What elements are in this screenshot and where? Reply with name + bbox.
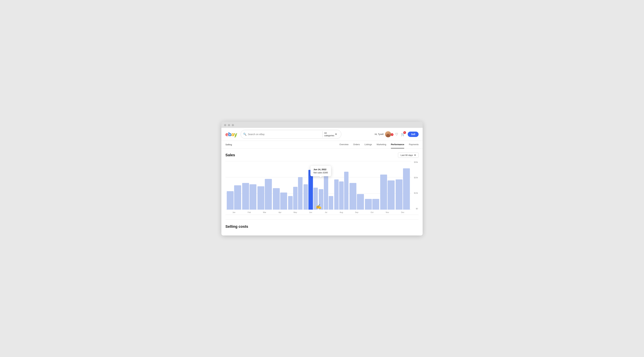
chevron-down-icon: ▼ bbox=[414, 154, 416, 156]
bar-jul-1[interactable] bbox=[324, 173, 328, 210]
x-label-jul: Jul bbox=[319, 211, 333, 213]
x-label-mar: Mar bbox=[258, 211, 272, 213]
chart-y-axis: $0 $10k $20k $30k bbox=[412, 161, 418, 210]
category-dropdown[interactable]: All categories ▼ bbox=[322, 131, 339, 137]
browser-dot-green bbox=[232, 124, 234, 126]
month-group-sep bbox=[350, 161, 364, 210]
bar-may-0[interactable] bbox=[288, 196, 293, 210]
browser-dot-red bbox=[224, 124, 226, 126]
ebay-logo[interactable]: e b a y bbox=[226, 132, 237, 137]
bar-aug-1[interactable] bbox=[339, 181, 344, 210]
sell-button[interactable]: Sell bbox=[408, 132, 418, 137]
month-group-dec bbox=[396, 161, 410, 210]
main-content: Sales Last 90 days ▼ $0 $10k bbox=[221, 149, 422, 235]
x-label-apr: Apr bbox=[273, 211, 287, 213]
bar-sep-1[interactable] bbox=[357, 194, 364, 209]
month-group-jul bbox=[319, 161, 333, 210]
bar-mar-1[interactable] bbox=[265, 179, 272, 209]
cart-button[interactable]: 🛒 3 bbox=[401, 132, 405, 136]
subnav-section-label: Selling bbox=[226, 141, 232, 148]
x-label-may: May bbox=[288, 211, 302, 213]
subnav-links: Overview Orders Listings Marketing Perfo… bbox=[340, 141, 418, 148]
bar-jun-1[interactable] bbox=[308, 170, 313, 210]
bar-apr-1[interactable] bbox=[280, 193, 287, 209]
bar-apr-0[interactable] bbox=[273, 188, 280, 209]
bar-mar-0[interactable] bbox=[258, 186, 264, 210]
month-group-oct bbox=[365, 161, 379, 210]
month-group-apr bbox=[273, 161, 287, 210]
bar-dec-1[interactable] bbox=[403, 168, 410, 210]
browser-chrome bbox=[221, 122, 422, 128]
x-label-aug: Aug bbox=[334, 211, 349, 213]
logo-a: a bbox=[231, 132, 234, 137]
bar-jun-2[interactable] bbox=[314, 188, 318, 209]
bar-feb-0[interactable] bbox=[242, 183, 249, 210]
y-label-10k: $10k bbox=[412, 192, 418, 194]
browser-dot-yellow bbox=[228, 124, 230, 126]
heart-icon: ♡ bbox=[395, 132, 398, 136]
bar-sep-0[interactable] bbox=[350, 183, 356, 210]
bar-jan-1[interactable] bbox=[234, 185, 241, 210]
chevron-down-icon: ▼ bbox=[335, 133, 337, 135]
tab-listings[interactable]: Listings bbox=[364, 141, 372, 148]
avatar-silhouette bbox=[386, 134, 390, 137]
date-filter-dropdown[interactable]: Last 90 days ▼ bbox=[398, 153, 418, 158]
chart-bars-area bbox=[226, 161, 411, 210]
tab-orders[interactable]: Orders bbox=[353, 141, 360, 148]
bar-oct-0[interactable] bbox=[365, 199, 372, 210]
bar-jun-0[interactable] bbox=[304, 184, 308, 209]
cart-badge: 3 bbox=[403, 131, 406, 134]
month-group-nov bbox=[380, 161, 394, 210]
month-group-may bbox=[288, 161, 302, 210]
bar-jul-0[interactable] bbox=[319, 189, 323, 209]
bar-jan-0[interactable] bbox=[227, 191, 234, 210]
logo-e: e bbox=[226, 132, 228, 137]
tab-payments[interactable]: Payments bbox=[409, 141, 418, 148]
bar-dec-0[interactable] bbox=[396, 179, 402, 209]
x-label-jan: Jan bbox=[227, 211, 241, 213]
nav-right: Hi, Tyrell! 2 ♡ 🛒 3 bbox=[375, 131, 418, 137]
bar-nov-0[interactable] bbox=[380, 175, 387, 209]
month-group-jan bbox=[227, 161, 241, 210]
y-label-20k: $20k bbox=[412, 177, 418, 179]
month-group-jun bbox=[304, 161, 318, 210]
bar-aug-0[interactable] bbox=[334, 179, 339, 209]
category-label: All categories bbox=[324, 132, 334, 137]
tab-performance[interactable]: Performance bbox=[391, 141, 404, 148]
wishlist-button[interactable]: ♡ bbox=[395, 132, 398, 136]
selling-costs-title: Selling costs bbox=[226, 224, 418, 229]
bar-jul-2[interactable] bbox=[329, 196, 333, 210]
search-bar[interactable]: 🔍 All categories ▼ bbox=[241, 130, 341, 139]
y-label-30k: $30k bbox=[412, 161, 418, 163]
tab-overview[interactable]: Overview bbox=[340, 141, 348, 148]
x-label-feb: Feb bbox=[242, 211, 256, 213]
bar-aug-2[interactable] bbox=[344, 172, 349, 209]
browser-body: e b a y 🔍 All categories ▼ Hi, Tyrell! bbox=[221, 128, 422, 235]
x-label-jun: Jun bbox=[304, 211, 318, 213]
sales-title: Sales bbox=[226, 153, 235, 157]
bar-may-1[interactable] bbox=[293, 187, 298, 210]
x-label-nov: Nov bbox=[380, 211, 394, 213]
sales-chart[interactable]: $0 $10k $20k $30k JanFebMarAprMayJunJulA… bbox=[226, 161, 418, 215]
avatar bbox=[385, 131, 391, 137]
y-label-0: $0 bbox=[412, 208, 418, 210]
navbar: e b a y 🔍 All categories ▼ Hi, Tyrell! bbox=[221, 128, 422, 141]
search-icon: 🔍 bbox=[243, 133, 246, 136]
month-group-aug bbox=[334, 161, 349, 210]
date-filter-label: Last 90 days bbox=[400, 154, 413, 156]
bar-may-2[interactable] bbox=[298, 177, 302, 210]
greeting-text: Hi, Tyrell! bbox=[375, 133, 384, 135]
bar-oct-1[interactable] bbox=[372, 199, 379, 210]
logo-y: y bbox=[234, 132, 237, 137]
search-input[interactable] bbox=[248, 133, 322, 136]
x-label-oct: Oct bbox=[365, 211, 379, 213]
user-greeting[interactable]: Hi, Tyrell! 2 bbox=[375, 131, 392, 137]
avatar-image bbox=[385, 131, 391, 137]
x-label-dec: Dec bbox=[396, 211, 410, 213]
tab-marketing[interactable]: Marketing bbox=[377, 141, 386, 148]
bar-feb-1[interactable] bbox=[250, 184, 256, 209]
browser-window: e b a y 🔍 All categories ▼ Hi, Tyrell! bbox=[221, 122, 422, 235]
month-group-mar bbox=[258, 161, 272, 210]
notifications-badge: 2 bbox=[391, 133, 394, 136]
bar-nov-1[interactable] bbox=[388, 180, 394, 209]
